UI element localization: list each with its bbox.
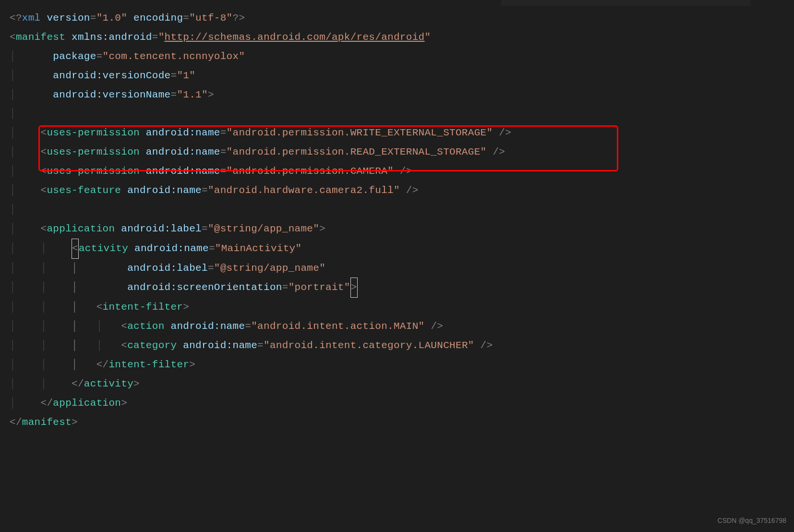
- xml-pi-close: ?>: [233, 12, 245, 24]
- indent-guide: │: [10, 51, 53, 62]
- indent-guide-active: │: [72, 263, 127, 274]
- attr-name: android:name: [165, 321, 245, 332]
- angle-open: <: [96, 302, 103, 313]
- equals: =: [170, 70, 177, 81]
- indent-guide: │ │: [10, 243, 72, 254]
- attr-name: version: [41, 12, 90, 24]
- tag-name: intent-filter: [108, 359, 189, 370]
- code-line[interactable]: │ │ │ android:screenOrientation="portrai…: [10, 278, 794, 298]
- code-line[interactable]: │ <uses-permission android:name="android…: [10, 143, 794, 162]
- code-line[interactable]: <?xml version="1.0" encoding="utf-8"?>: [10, 9, 794, 28]
- attr-name: android:name: [177, 340, 257, 351]
- tag-name: intent-filter: [103, 302, 183, 313]
- code-line[interactable]: │ │ <activity android:name="MainActivity…: [10, 239, 794, 259]
- self-close: />: [474, 340, 493, 351]
- namespace-url-link[interactable]: http://schemas.android.com/apk/res/andro…: [165, 32, 425, 43]
- attr-value: "android.permission.CAMERA": [227, 166, 394, 177]
- indent-guide: │: [96, 321, 121, 332]
- angle-close: >: [319, 223, 325, 234]
- attr-value: "portrait": [289, 282, 350, 293]
- code-line[interactable]: │ │ </activity>: [10, 375, 794, 394]
- indent-guide: │ │: [10, 340, 72, 351]
- indent-guide: │: [10, 398, 41, 409]
- attr-name: xmlns:android: [65, 32, 152, 43]
- equals: =: [257, 340, 264, 351]
- angle-open: <: [41, 223, 47, 234]
- code-line[interactable]: │ android:versionName="1.1">: [10, 85, 794, 105]
- watermark-text: CSDN @qq_37516798: [718, 514, 786, 527]
- attr-value: "1.0": [96, 12, 128, 24]
- tag-name: category: [127, 340, 177, 351]
- attr-value: "android.permission.READ_EXTERNAL_STORAG…: [227, 146, 487, 157]
- code-line[interactable]: │ android:versionCode="1": [10, 66, 794, 85]
- attr-name: android:versionName: [53, 89, 170, 100]
- self-close: />: [424, 321, 443, 332]
- attr-value: "MainActivity": [215, 243, 302, 254]
- attr-value: "android.intent.category.LAUNCHER": [264, 340, 474, 351]
- equals: =: [220, 127, 227, 138]
- indent-guide: │: [10, 89, 53, 100]
- code-line[interactable]: </manifest>: [10, 413, 794, 432]
- angle-close: >: [208, 89, 214, 100]
- indent-guide-active: │: [72, 321, 96, 332]
- indent-guide: │ │: [10, 263, 72, 274]
- angle-open: </: [96, 359, 109, 370]
- indent-guide: │ │: [10, 321, 72, 332]
- code-line[interactable]: │ <application android:label="@string/ap…: [10, 219, 794, 239]
- tag-name: manifest: [22, 417, 72, 428]
- attr-value-quote: ": [424, 32, 431, 43]
- indent-guide: │ │: [10, 282, 72, 293]
- equals: =: [208, 263, 214, 274]
- equals: =: [202, 223, 208, 234]
- equals: =: [245, 321, 251, 332]
- code-line[interactable]: │ │ │ </intent-filter>: [10, 355, 794, 375]
- xml-pi-open: <?: [10, 12, 22, 24]
- attr-value: "android.hardware.camera2.full": [208, 185, 400, 196]
- code-line[interactable]: │ │ │ │ <action android:name="android.in…: [10, 317, 794, 336]
- code-line[interactable]: │ │ │ android:label="@string/app_name": [10, 259, 794, 278]
- tag-name: action: [127, 321, 164, 332]
- tag-name: uses-permission: [47, 166, 140, 177]
- equals: =: [170, 89, 177, 100]
- code-line[interactable]: │ <uses-feature android:name="android.ha…: [10, 181, 794, 200]
- code-line[interactable]: │ <uses-permission android:name="android…: [10, 123, 794, 143]
- code-line[interactable]: │: [10, 200, 794, 219]
- angle-open: <: [121, 340, 127, 351]
- indent-guide: │ │: [10, 378, 72, 389]
- indent-guide: │: [10, 127, 41, 138]
- angle-close: >: [189, 359, 195, 370]
- code-line[interactable]: │: [10, 104, 794, 123]
- indent-guide: │: [10, 204, 16, 215]
- indent-guide: │: [96, 340, 121, 351]
- code-line[interactable]: │ package="com.tencent.ncnnyolox": [10, 47, 794, 66]
- code-line[interactable]: │ │ │ │ <category android:name="android.…: [10, 336, 794, 355]
- angle-open: <: [41, 166, 47, 177]
- tag-name: application: [53, 398, 121, 409]
- attr-value: "@string/app_name": [214, 263, 325, 274]
- equals: =: [202, 185, 208, 196]
- code-line[interactable]: │ │ │ <intent-filter>: [10, 298, 794, 317]
- indent-guide-active: │: [72, 302, 96, 313]
- indent-guide-active: │: [72, 340, 96, 351]
- equals: =: [90, 12, 96, 24]
- cursor: <: [72, 239, 79, 259]
- indent-guide: │: [10, 166, 41, 177]
- top-panel-edge: [501, 0, 751, 6]
- code-line[interactable]: <manifest xmlns:android="http://schemas.…: [10, 28, 794, 47]
- attr-name: android:label: [115, 223, 202, 234]
- tag-name: application: [47, 223, 115, 234]
- indent-guide: │: [10, 70, 53, 81]
- attr-value: "com.tencent.ncnnyolox": [103, 51, 245, 62]
- attr-name: android:label: [127, 263, 208, 274]
- angle-close: >: [121, 398, 127, 409]
- angle-open: <: [41, 185, 47, 196]
- attr-name: android:name: [140, 127, 220, 138]
- code-line[interactable]: │ <uses-permission android:name="android…: [10, 162, 794, 181]
- code-editor[interactable]: <?xml version="1.0" encoding="utf-8"?> <…: [0, 9, 794, 432]
- equals: =: [152, 32, 158, 43]
- angle-close: >: [133, 378, 140, 389]
- indent-guide: │ │: [10, 302, 72, 313]
- angle-open: <: [41, 146, 47, 157]
- attr-name: android:name: [128, 243, 209, 254]
- code-line[interactable]: │ </application>: [10, 394, 794, 413]
